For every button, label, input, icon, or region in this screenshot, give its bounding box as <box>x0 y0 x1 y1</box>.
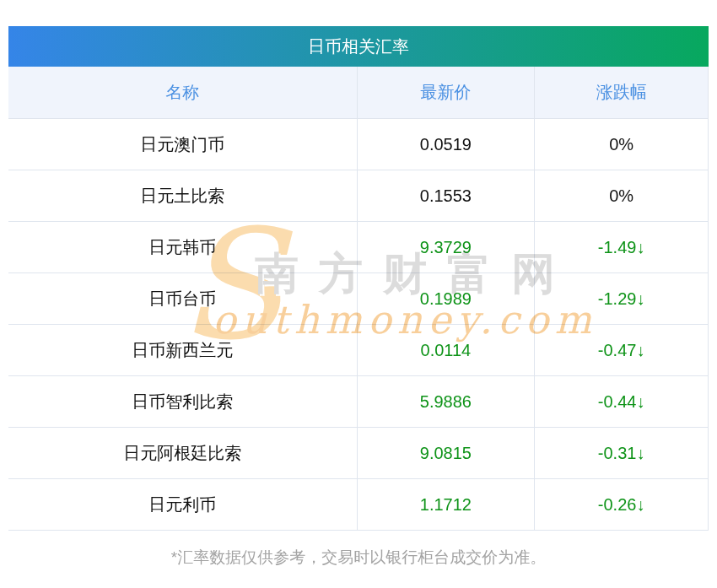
currency-pair-name: 日元阿根廷比索 <box>8 428 357 478</box>
change-percent-value: -0.31↓ <box>534 428 708 478</box>
table-header-row: 名称 最新价 涨跌幅 <box>8 67 709 119</box>
change-percent-value: -0.47↓ <box>534 325 708 375</box>
change-percent-value: 0% <box>534 170 708 221</box>
change-percent-value: -0.44↓ <box>534 376 708 427</box>
latest-price-value: 1.1712 <box>357 479 535 530</box>
change-percent-value: 0% <box>534 119 708 170</box>
table-body: 日元澳门币 0.0519 0% 日元土比索 0.1553 0% 日元韩币 9.3… <box>8 119 709 531</box>
latest-price-value: 0.0114 <box>357 325 535 375</box>
column-header-name: 名称 <box>8 67 357 118</box>
table-row: 日元利币 1.1712 -0.26↓ <box>8 479 709 531</box>
exchange-rate-page: 日币相关汇率 名称 最新价 涨跌幅 日元澳门币 0.0519 0% 日元土比索 … <box>0 0 717 588</box>
currency-pair-name: 日币智利比索 <box>8 376 357 427</box>
table-row: 日元阿根廷比索 9.0815 -0.31↓ <box>8 428 709 479</box>
change-percent-value: -0.26↓ <box>534 479 708 530</box>
table-row: 日币新西兰元 0.0114 -0.47↓ <box>8 325 709 376</box>
latest-price-value: 5.9886 <box>357 376 535 427</box>
column-header-latest-price: 最新价 <box>357 67 535 118</box>
table-row: 日元韩币 9.3729 -1.49↓ <box>8 222 709 273</box>
currency-pair-name: 日元澳门币 <box>8 119 357 170</box>
table-row: 日元澳门币 0.0519 0% <box>8 119 709 170</box>
latest-price-value: 9.0815 <box>357 428 535 478</box>
table-row: 日币智利比索 5.9886 -0.44↓ <box>8 376 709 428</box>
latest-price-value: 0.1989 <box>357 273 535 324</box>
table-title: 日币相关汇率 <box>8 26 709 67</box>
change-percent-value: -1.49↓ <box>534 222 708 272</box>
latest-price-value: 9.3729 <box>357 222 535 272</box>
currency-pair-name: 日元利币 <box>8 479 357 530</box>
latest-price-value: 0.0519 <box>357 119 535 170</box>
currency-pair-name: 日币台币 <box>8 273 357 324</box>
table-row: 日币台币 0.1989 -1.29↓ <box>8 273 709 325</box>
currency-pair-name: 日币新西兰元 <box>8 325 357 375</box>
latest-price-value: 0.1553 <box>357 170 535 221</box>
table-row: 日元土比索 0.1553 0% <box>8 170 709 222</box>
column-header-change-percent: 涨跌幅 <box>534 67 708 118</box>
exchange-rate-table: 日币相关汇率 名称 最新价 涨跌幅 日元澳门币 0.0519 0% 日元土比索 … <box>8 26 709 531</box>
currency-pair-name: 日元土比索 <box>8 170 357 221</box>
disclaimer-footnote: *汇率数据仅供参考，交易时以银行柜台成交价为准。 <box>0 547 717 569</box>
currency-pair-name: 日元韩币 <box>8 222 357 272</box>
change-percent-value: -1.29↓ <box>534 273 708 324</box>
